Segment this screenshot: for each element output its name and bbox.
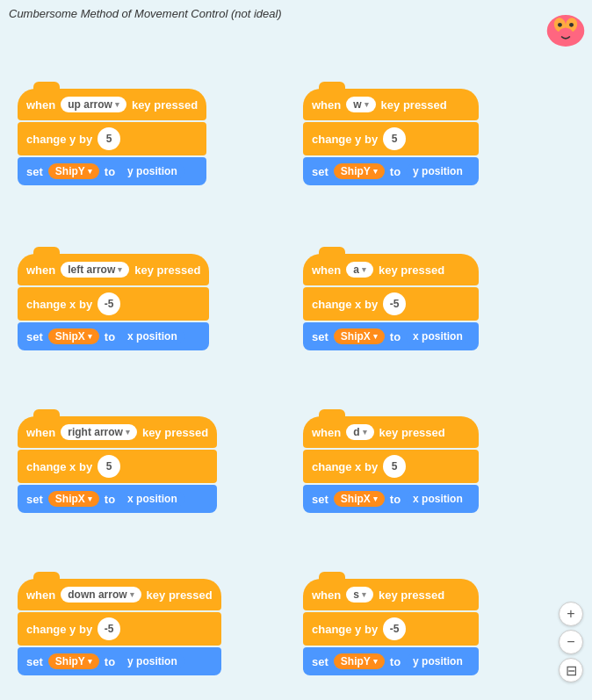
to-label: to [390,655,401,668]
change-label: change y by [26,623,92,636]
key-suffix: key pressed [134,263,200,277]
change-label: change x by [312,460,378,473]
set-label: set [26,165,43,178]
zoom-controls: + − ⊟ [559,602,583,682]
hat-block-d-key[interactable]: whend ▾key pressed [303,416,479,448]
key-pill[interactable]: up arrow ▾ [61,97,126,112]
change-block-d-key[interactable]: change x by5 [303,450,479,483]
change-value[interactable]: -5 [383,617,406,640]
change-label: change y by [312,133,378,146]
position-pill[interactable]: x position [120,328,184,344]
set-label: set [312,493,328,506]
change-block-up-arrow[interactable]: change y by5 [18,122,206,155]
set-block-w-key[interactable]: setShipY ▾toy position [303,157,479,185]
variable-pill[interactable]: ShipY ▾ [48,653,99,669]
key-suffix: key pressed [147,588,213,602]
hat-block-w-key[interactable]: whenw ▾key pressed [303,89,479,120]
key-pill[interactable]: left arrow ▾ [61,262,129,278]
set-block-s-key[interactable]: setShipY ▾toy position [303,647,479,675]
position-pill[interactable]: x position [406,328,470,344]
change-value[interactable]: -5 [97,617,120,640]
change-block-a-key[interactable]: change x by-5 [303,287,479,321]
when-label: when [312,98,341,112]
change-block-right-arrow[interactable]: change x by5 [18,450,217,483]
key-suffix: key pressed [132,98,198,112]
change-block-s-key[interactable]: change y by-5 [303,612,479,646]
set-block-a-key[interactable]: setShipX ▾tox position [303,322,479,350]
key-suffix: key pressed [142,426,208,439]
key-pill[interactable]: s ▾ [346,587,373,603]
change-value[interactable]: -5 [97,292,120,315]
change-block-down-arrow[interactable]: change y by-5 [18,612,221,646]
change-block-w-key[interactable]: change y by5 [303,122,479,155]
change-value[interactable]: 5 [97,127,120,150]
key-pill[interactable]: d ▾ [346,424,373,440]
position-pill[interactable]: y position [120,653,184,669]
when-label: when [312,263,341,277]
variable-pill[interactable]: ShipX ▾ [334,491,385,507]
key-pill[interactable]: w ▾ [346,97,375,112]
variable-pill[interactable]: ShipX ▾ [48,491,99,507]
zoom-fit-button[interactable]: ⊟ [559,658,583,682]
variable-pill[interactable]: ShipY ▾ [48,163,99,179]
hat-block-right-arrow[interactable]: whenright arrow ▾key pressed [18,416,217,448]
when-label: when [312,426,341,439]
set-block-up-arrow[interactable]: setShipY ▾toy position [18,157,206,185]
change-value[interactable]: 5 [383,455,406,478]
hat-block-up-arrow[interactable]: whenup arrow ▾key pressed [18,89,206,120]
to-label: to [105,655,115,668]
to-label: to [105,165,115,178]
key-suffix: key pressed [379,263,444,277]
hat-block-s-key[interactable]: whens ▾key pressed [303,579,479,610]
block-group-right-arrow: whenright arrow ▾key pressedchange x by5… [18,416,217,513]
block-group-down-arrow: whendown arrow ▾key pressedchange y by-5… [18,579,221,675]
variable-pill[interactable]: ShipX ▾ [334,328,385,344]
zoom-in-button[interactable]: + [559,602,583,626]
change-label: change y by [312,623,378,636]
block-group-left-arrow: whenleft arrow ▾key pressedchange x by-5… [18,254,209,350]
position-pill[interactable]: x position [406,491,470,507]
key-pill[interactable]: down arrow ▾ [61,587,141,603]
variable-pill[interactable]: ShipY ▾ [334,163,385,179]
to-label: to [390,493,401,506]
position-pill[interactable]: y position [406,653,470,669]
when-label: when [26,263,55,277]
key-pill[interactable]: right arrow ▾ [61,424,137,440]
variable-pill[interactable]: ShipX ▾ [48,328,99,344]
block-group-up-arrow: whenup arrow ▾key pressedchange y by5set… [18,89,206,185]
block-group-d-key: whend ▾key pressedchange x by5setShipX ▾… [303,416,479,513]
variable-pill[interactable]: ShipY ▾ [334,653,385,669]
hat-block-left-arrow[interactable]: whenleft arrow ▾key pressed [18,254,209,285]
set-label: set [312,655,328,668]
position-pill[interactable]: x position [120,491,184,507]
set-block-down-arrow[interactable]: setShipY ▾toy position [18,647,221,675]
to-label: to [390,330,401,343]
change-value[interactable]: 5 [383,127,406,150]
position-pill[interactable]: y position [120,163,184,179]
to-label: to [105,330,115,343]
set-block-d-key[interactable]: setShipX ▾tox position [303,485,479,513]
change-block-left-arrow[interactable]: change x by-5 [18,287,209,321]
set-label: set [26,493,43,506]
set-label: set [26,655,43,668]
hat-block-a-key[interactable]: whena ▾key pressed [303,254,479,285]
change-label: change y by [26,133,92,146]
block-group-w-key: whenw ▾key pressedchange y by5setShipY ▾… [303,89,479,185]
change-label: change x by [312,298,378,311]
set-block-right-arrow[interactable]: setShipX ▾tox position [18,485,217,513]
position-pill[interactable]: y position [406,163,470,179]
change-value[interactable]: 5 [97,455,120,478]
key-pill[interactable]: a ▾ [346,262,373,278]
block-group-s-key: whens ▾key pressedchange y by-5setShipY … [303,579,479,675]
when-label: when [26,98,55,112]
zoom-out-button[interactable]: − [559,630,583,654]
hat-block-down-arrow[interactable]: whendown arrow ▾key pressed [18,579,221,610]
block-group-a-key: whena ▾key pressedchange x by-5setShipX … [303,254,479,350]
key-suffix: key pressed [381,98,447,112]
set-label: set [312,165,328,178]
to-label: to [105,493,115,506]
set-block-left-arrow[interactable]: setShipX ▾tox position [18,322,209,350]
when-label: when [312,588,341,602]
change-label: change x by [26,460,92,473]
change-value[interactable]: -5 [383,292,406,315]
